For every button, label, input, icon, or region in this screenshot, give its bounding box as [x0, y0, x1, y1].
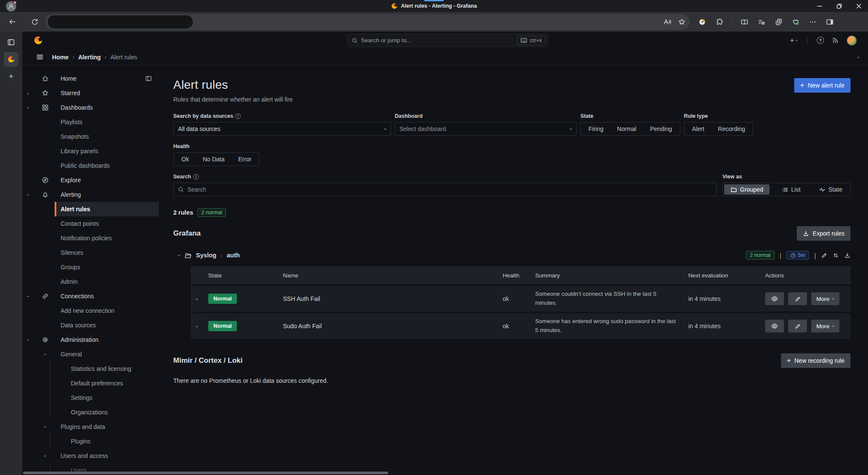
sidebar-item-library-panels[interactable]: Library panels: [22, 144, 159, 158]
sidebar-item-public-dashboards[interactable]: Public dashboards: [22, 158, 159, 173]
sidebar-item-administration[interactable]: › Administration: [22, 332, 159, 347]
sidebar-item-starred[interactable]: › Starred: [22, 86, 159, 100]
address-bar[interactable]: [45, 14, 690, 30]
read-aloud-icon[interactable]: [664, 18, 671, 25]
sidebar-item-organizations[interactable]: Organizations: [50, 405, 159, 420]
edit-rule-button[interactable]: [788, 320, 807, 332]
news-icon[interactable]: [832, 37, 839, 44]
group-folder-name[interactable]: Syslog: [196, 252, 216, 259]
minimize-button[interactable]: [815, 2, 824, 10]
rule-type-option-recording[interactable]: Recording: [711, 124, 751, 134]
collapse-header-button[interactable]: ›: [857, 53, 859, 61]
more-dots-icon[interactable]: [806, 15, 819, 28]
sidebar-item-general[interactable]: › General: [22, 347, 159, 361]
help-icon[interactable]: ?: [817, 37, 824, 44]
grafana-logo[interactable]: [33, 35, 43, 47]
health-option-nodata[interactable]: No Data: [196, 154, 231, 164]
sidebar-item-explore[interactable]: Explore: [22, 173, 159, 187]
sidebar-item-admin[interactable]: Admin: [22, 274, 159, 289]
sidebar-item-alert-rules[interactable]: Alert rules: [55, 202, 159, 216]
rule-group-header[interactable]: › Syslog › auth: [178, 252, 240, 259]
edit-group-icon[interactable]: [821, 252, 827, 259]
export-group-icon[interactable]: [844, 252, 851, 259]
view-rule-button[interactable]: [765, 320, 784, 332]
dock-menu-icon[interactable]: [145, 75, 152, 82]
mega-menu-toggle[interactable]: [36, 53, 44, 61]
refresh-button[interactable]: [27, 15, 42, 29]
new-recording-rule-button[interactable]: + New recording rule: [781, 353, 851, 368]
global-search-input[interactable]: [361, 37, 514, 44]
sidebar-item-alerting[interactable]: › Alerting: [22, 187, 159, 202]
sidebar-item-plugins[interactable]: Plugins: [50, 434, 159, 449]
view-rule-button[interactable]: [765, 292, 784, 305]
sidebar-item-notification-policies[interactable]: Notification policies: [22, 231, 159, 245]
copilot-sidebar-icon[interactable]: [823, 15, 836, 28]
sidebar-item-dashboards[interactable]: › Dashboards: [22, 100, 159, 115]
rule-name[interactable]: Sudo Auth Fail: [280, 323, 499, 329]
chevron-down-icon[interactable]: ›: [42, 353, 49, 355]
sidebar-item-plugins-and-data[interactable]: › Plugins and data: [22, 420, 159, 434]
collections-icon[interactable]: [772, 15, 785, 28]
sidebar-item-connections[interactable]: › Connections: [22, 289, 159, 303]
horizontal-scrollbar[interactable]: [23, 472, 388, 474]
reorder-group-icon[interactable]: [833, 252, 839, 259]
new-menu-button[interactable]: +›: [790, 36, 798, 45]
dashboard-select[interactable]: Select dashboard ›: [395, 122, 577, 136]
breadcrumb-alerting[interactable]: Alerting: [78, 54, 101, 61]
tab-actions-icon[interactable]: [4, 35, 18, 50]
breadcrumb-home[interactable]: Home: [52, 54, 69, 61]
chevron-down-icon[interactable]: ›: [42, 455, 49, 457]
export-rules-button[interactable]: Export rules: [797, 226, 851, 241]
sidebar-item-data-sources[interactable]: Data sources: [22, 318, 159, 332]
sidebar-item-silences[interactable]: Silences: [22, 245, 159, 260]
active-tab-grafana[interactable]: [4, 52, 18, 67]
user-avatar[interactable]: [847, 35, 857, 46]
rules-search-field[interactable]: [173, 183, 717, 196]
view-as-grouped[interactable]: Grouped: [724, 184, 769, 195]
chevron-down-icon[interactable]: ›: [25, 194, 32, 195]
data-source-select[interactable]: All data sources ›: [173, 122, 391, 136]
sidebar-item-statistics-and-licensing[interactable]: Statistics and licensing: [50, 361, 159, 376]
rule-type-option-alert[interactable]: Alert: [686, 124, 711, 134]
more-actions-button[interactable]: More ›: [811, 292, 839, 305]
sidebar-item-add-new-connection[interactable]: Add new connection: [22, 303, 159, 318]
chevron-down-icon[interactable]: ›: [42, 426, 49, 428]
view-as-list[interactable]: List: [775, 184, 807, 195]
health-option-ok[interactable]: Ok: [175, 154, 195, 164]
more-actions-button[interactable]: More ›: [811, 320, 839, 332]
extension-pie-icon[interactable]: [696, 15, 708, 28]
favorites-list-icon[interactable]: [755, 15, 768, 28]
chevron-down-icon[interactable]: ›: [25, 339, 32, 341]
sidebar-item-snapshots[interactable]: Snapshots: [22, 129, 159, 144]
edit-rule-button[interactable]: [788, 292, 807, 305]
favorite-star-icon[interactable]: [678, 18, 685, 26]
state-option-firing[interactable]: Firing: [582, 124, 610, 134]
health-option-error[interactable]: Error: [232, 154, 258, 164]
state-option-pending[interactable]: Pending: [644, 124, 678, 134]
close-button[interactable]: [854, 2, 863, 10]
global-search-box[interactable]: ctrl+k: [347, 34, 548, 47]
new-alert-rule-button[interactable]: + New alert rule: [794, 78, 851, 93]
state-option-normal[interactable]: Normal: [611, 124, 643, 134]
sidebar-item-default-preferences[interactable]: Default preferences: [50, 376, 159, 390]
info-icon[interactable]: i: [193, 174, 199, 180]
sidebar-item-playlists[interactable]: Playlists: [22, 115, 159, 129]
chevron-right-icon[interactable]: ›: [27, 90, 29, 96]
group-name[interactable]: auth: [227, 252, 240, 259]
browser-tab[interactable]: Alert rules - Alerting - Grafana: [0, 0, 868, 12]
new-tab-button[interactable]: +: [4, 69, 18, 84]
sidebar-item-home[interactable]: Home: [22, 71, 159, 86]
browser-essentials-icon[interactable]: [789, 15, 802, 28]
view-as-state[interactable]: State: [813, 184, 849, 195]
info-icon[interactable]: i: [235, 114, 241, 119]
sidebar-item-groups[interactable]: Groups: [22, 260, 159, 274]
split-screen-icon[interactable]: [738, 15, 751, 28]
sidebar-item-contact-points[interactable]: Contact points: [22, 216, 159, 231]
sidebar-item-users-and-access[interactable]: › Users and access: [22, 449, 159, 463]
rule-name[interactable]: SSH Auth Fail: [280, 295, 499, 302]
restore-button[interactable]: [835, 2, 843, 10]
back-button[interactable]: [5, 15, 20, 29]
chevron-down-icon[interactable]: ›: [25, 295, 32, 297]
chevron-down-icon[interactable]: ›: [176, 254, 183, 256]
sidebar-item-settings[interactable]: Settings: [50, 390, 159, 405]
